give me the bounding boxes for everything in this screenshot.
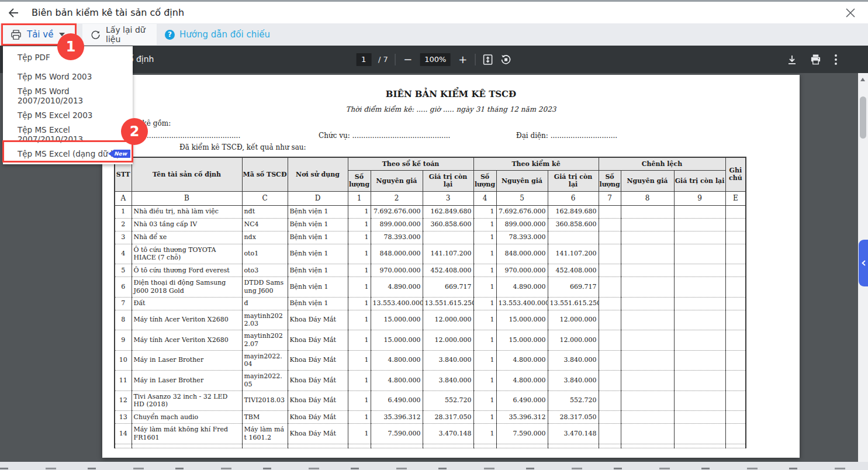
pdf-print-button[interactable] (810, 54, 821, 65)
document-title: BIÊN BẢN KIỂM KÊ TSCĐ (102, 89, 800, 99)
table-row: 2Nhà 03 tầng cấp IVNC4Bệnh viện 11899.00… (115, 218, 746, 231)
table-cell: Khoa Đáy Mắt (288, 310, 348, 330)
table-cell: Đất (132, 297, 242, 310)
table-cell (599, 444, 621, 448)
pdf-download-button[interactable] (787, 54, 797, 65)
menu-item-5[interactable]: Tệp MS Excel 2007/2010/2013 (3, 125, 133, 144)
table-cell (674, 218, 725, 231)
table-cell: Khoa Đáy Mắt (288, 371, 348, 391)
menu-item-6[interactable]: Tệp MS Excel (dạng dữ liệu)New (3, 144, 133, 163)
clipped-next-row (115, 444, 746, 448)
table-cell (621, 411, 674, 424)
table-cell: 1 (473, 264, 496, 277)
scrollbar-thumb[interactable] (860, 96, 866, 139)
table-cell (725, 411, 746, 424)
table-cell (242, 444, 288, 448)
table-cell (674, 310, 725, 330)
help-link[interactable]: ? Hướng dẫn đối chiếu (165, 24, 270, 45)
zoom-level-display: 100% (420, 53, 451, 66)
kebab-menu-icon (834, 54, 838, 65)
menu-item-2[interactable]: Tệp MS Word 2003 (3, 67, 133, 86)
table-cell (674, 330, 725, 351)
table-cell (621, 231, 674, 244)
table-cell: 78.393.000 (371, 231, 423, 244)
table-cell: 452.408.000 (548, 264, 599, 277)
table-cell: 141.107.200 (423, 244, 473, 264)
menu-item-label: Tệp MS Excel 2007/2010/2013 (18, 125, 133, 144)
table-cell (621, 350, 674, 371)
table-cell (725, 444, 746, 448)
column-letter: B (132, 191, 242, 205)
table-cell (599, 244, 621, 264)
menu-item-3[interactable]: Tệp MS Word 2007/2010/2013 (3, 86, 133, 105)
menu-item-4[interactable]: Tệp MS Excel 2003 (3, 105, 133, 125)
position-line: Chức vụ: ...............................… (319, 132, 450, 140)
back-button[interactable] (0, 2, 27, 23)
table-row: 13Chuyển mạch audioTBMKhoa Đáy Mắt135.39… (115, 411, 746, 424)
reload-button[interactable]: Lấy lại dữ liệu (82, 24, 157, 45)
table-cell: 162.849.680 (423, 205, 473, 218)
rotate-button[interactable] (500, 54, 512, 65)
table-cell: Khoa Đáy Mắt (288, 424, 348, 444)
table-cell: 7 (115, 297, 132, 310)
table-cell (674, 205, 725, 218)
table-cell (725, 205, 746, 218)
table-row: 14Máy làm mát không khí Fred FR1601Máy l… (115, 424, 746, 444)
page-number-input[interactable]: 1 (356, 53, 371, 66)
annotation-step-2: 2 (121, 118, 148, 145)
table-cell: 452.408.000 (423, 264, 473, 277)
table-cell: Nhà 03 tầng cấp IV (132, 218, 242, 231)
reload-button-label: Lấy lại dữ liệu (106, 25, 148, 44)
table-cell (725, 424, 746, 444)
table-cell: oto1 (242, 244, 288, 264)
table-cell (725, 297, 746, 310)
table-cell (371, 444, 423, 448)
table-cell: Bệnh viện 1 (288, 231, 348, 244)
pdf-page-controls: 1 / 7 − 100% + (356, 46, 512, 73)
table-cell (348, 444, 371, 448)
table-cell: 1 (348, 411, 371, 424)
col-header-location: Nơi sử dụng (288, 157, 348, 191)
app-window: Biên bản kiểm kê tài sản cố định Tải về (0, 0, 868, 470)
collapse-side-tab[interactable] (859, 240, 868, 286)
table-cell: Chuyển mạch audio (132, 411, 242, 424)
table-cell: 1 (473, 424, 496, 444)
result-line: Đã kiểm kê TSCĐ, kết quả như sau: (179, 143, 306, 151)
close-icon (845, 8, 856, 18)
table-cell: 7.692.676.000 (371, 205, 423, 218)
question-icon: ? (165, 30, 175, 40)
table-cell (725, 310, 746, 330)
table-cell: 28.317.050 (548, 411, 599, 424)
table-cell: Ô tô cứu thương TOYOTA HIACE (7 chỗ) (132, 244, 242, 264)
sub-header-remaining: Giá trị còn lại (674, 170, 725, 191)
sub-header-cost: Nguyên giá (621, 170, 674, 191)
table-header-row: STT Tên tài sản cố định Mã số TSCĐ Nơi s… (115, 157, 746, 170)
menu-item-label: Tệp PDF (18, 53, 50, 62)
printer-icon (11, 29, 22, 40)
table-cell (496, 444, 548, 448)
table-cell: TIVI2018.03 (242, 390, 288, 411)
table-cell: DTDĐ Samsung J600 (242, 277, 288, 298)
zoom-in-button[interactable]: + (458, 54, 468, 65)
table-row: 1Nhà điều trị, nhà làm việcnđtBệnh viện … (115, 205, 746, 218)
table-cell: 3.840.000 (548, 350, 599, 371)
table-cell (599, 390, 621, 411)
table-cell (621, 371, 674, 391)
table-cell: 7.590.000 (496, 424, 548, 444)
table-cell: Khoa Đáy Mắt (288, 411, 348, 424)
table-cell (674, 244, 725, 264)
group-header-accounting: Theo sổ kế toán (348, 157, 473, 170)
table-cell (599, 277, 621, 298)
zoom-out-button[interactable]: − (403, 54, 413, 65)
table-cell (621, 444, 674, 448)
sub-header-qty: Số lượng (473, 170, 496, 191)
table-cell: 7.692.676.000 (496, 205, 548, 218)
fit-page-button[interactable] (483, 54, 493, 65)
table-row: 5Ô tô cứu thương Ford everestoto3Bệnh vi… (115, 264, 746, 277)
name-dots-line: ........................................… (147, 132, 240, 140)
pdf-more-button[interactable] (834, 54, 838, 65)
close-button[interactable] (842, 5, 859, 21)
table-row: 6Điện thoại di động Samsung J600 2018 Go… (115, 277, 746, 298)
table-cell (473, 444, 496, 448)
table-cell: 35.396.312 (496, 411, 548, 424)
